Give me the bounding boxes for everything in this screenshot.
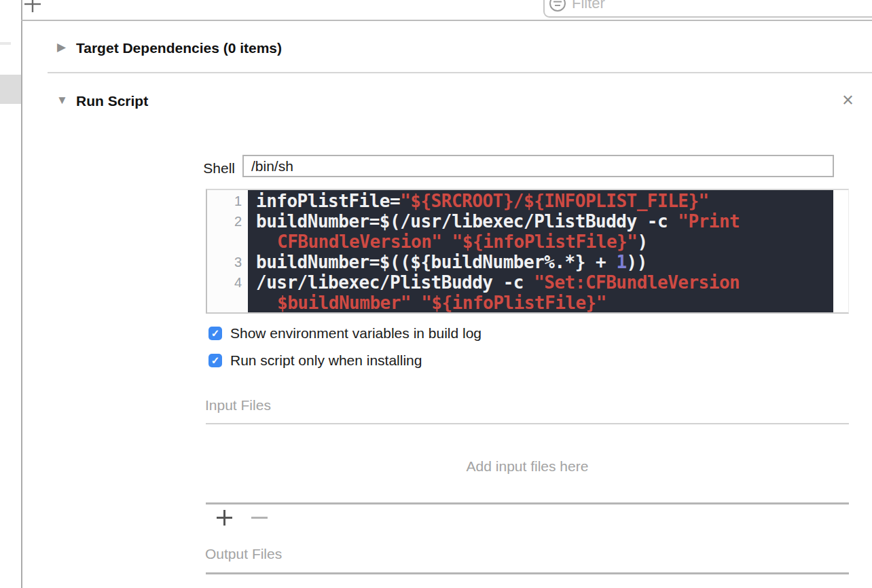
code-line: buildNumber=$(/usr/libexec/PlistBuddy -c… — [248, 211, 833, 232]
panel-left-border — [21, 0, 22, 588]
left-margin-dash — [0, 42, 11, 45]
code-line: buildNumber=$((${buildNumber%.*} + 1)) — [248, 252, 833, 272]
script-editor[interactable]: 1234 infoPlistFile="${SRCROOT}/${INFOPLI… — [206, 189, 849, 314]
line-number-gutter: 1234 — [207, 190, 248, 312]
disclosure-triangle-collapsed-icon[interactable]: ▶ — [57, 41, 66, 54]
line-number: 2 — [207, 211, 248, 232]
toolbar: Filter — [22, 0, 872, 20]
disclosure-triangle-expanded-icon[interactable]: ▼ — [56, 94, 68, 107]
line-number: 3 — [207, 252, 248, 272]
remove-input-file-button[interactable] — [251, 517, 268, 519]
checkbox-label: Show environment variables in build log — [230, 327, 482, 340]
editor-scrollbar-track[interactable] — [833, 190, 848, 312]
line-number: 1 — [207, 191, 248, 211]
add-build-phase-icon[interactable] — [24, 0, 41, 18]
close-icon[interactable]: × — [842, 92, 854, 108]
input-files-drop-area: Add input files here — [206, 458, 849, 475]
build-phases-panel: Filter ▶ Target Dependencies (0 items) ▼… — [0, 0, 872, 588]
code-line: infoPlistFile="${SRCROOT}/${INFOPLIST_FI… — [248, 191, 833, 211]
filter-placeholder: Filter — [572, 0, 605, 12]
checkmark-icon: ✓ — [211, 327, 220, 340]
shell-path-field[interactable] — [242, 155, 834, 177]
filter-icon — [549, 0, 566, 12]
input-files-label: Input Files — [205, 397, 271, 414]
output-files-divider — [206, 572, 849, 574]
line-number: 4 — [207, 272, 248, 293]
shell-label: Shell — [202, 160, 235, 177]
filter-input[interactable]: Filter — [543, 0, 872, 18]
code-line: $buildNumber" "${infoPlistFile}" — [248, 293, 833, 312]
output-files-label: Output Files — [205, 546, 282, 562]
shell-path-input[interactable] — [244, 158, 833, 174]
code-line: CFBundleVersion" "${infoPlistFile}") — [248, 232, 833, 252]
section-divider — [48, 72, 872, 73]
checkmark-icon: ✓ — [211, 354, 220, 367]
input-files-divider — [206, 423, 849, 424]
add-input-file-button[interactable] — [217, 510, 232, 526]
checkbox-label: Run script only when installing — [230, 354, 422, 367]
option-row-show-env: ✓ Show environment variables in build lo… — [208, 327, 482, 340]
code-line: /usr/libexec/PlistBuddy -c "Set:CFBundle… — [248, 272, 833, 293]
input-files-bottom-divider — [206, 502, 849, 504]
toolbar-divider — [21, 20, 872, 21]
line-number — [207, 232, 248, 252]
code-lines[interactable]: infoPlistFile="${SRCROOT}/${INFOPLIST_FI… — [248, 190, 833, 312]
section-title-run-script: Run Script — [76, 93, 148, 109]
line-number — [207, 293, 248, 313]
option-row-run-only-installing: ✓ Run script only when installing — [208, 354, 422, 367]
checkbox-run-only-when-installing[interactable]: ✓ — [208, 354, 222, 367]
checkbox-show-env-variables[interactable]: ✓ — [208, 327, 222, 340]
section-title-target-dependencies: Target Dependencies (0 items) — [76, 40, 282, 56]
left-margin-block — [0, 75, 21, 104]
